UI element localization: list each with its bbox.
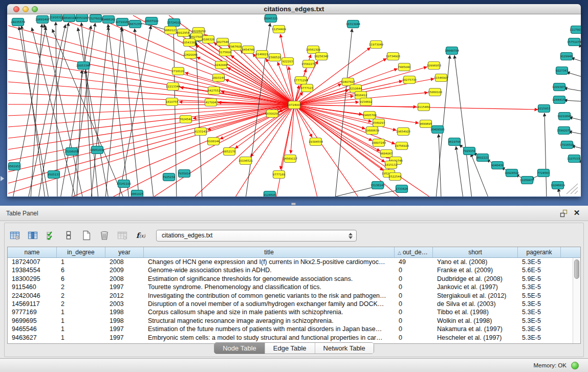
network-window-titlebar[interactable]: citations_edges.txt: [7, 4, 581, 14]
close-panel-icon[interactable]: ✕: [573, 208, 581, 217]
graph-node[interactable]: 10924502: [505, 169, 519, 177]
table-cell[interactable]: 5.3E-5: [518, 325, 561, 333]
graph-node[interactable]: 18300295: [265, 110, 279, 118]
graph-node[interactable]: 9861025: [131, 190, 144, 197]
graph-node[interactable]: 9619794: [448, 138, 461, 146]
column-header-in_degree[interactable]: in_degree: [57, 247, 105, 257]
graph-node[interactable]: 7929158: [463, 147, 476, 155]
table-row[interactable]: 969969511998Structural magnetic resonanc…: [8, 317, 573, 325]
graph-node[interactable]: 8852178: [223, 148, 236, 156]
graph-node[interactable]: 1810755: [166, 98, 179, 106]
graph-node[interactable]: 18698321: [62, 14, 76, 22]
table-cell[interactable]: 2012: [105, 292, 144, 300]
graph-node[interactable]: 8561953: [8, 163, 21, 170]
table-cell[interactable]: Genome-wide association studies in ADHD.: [144, 266, 395, 274]
graph-edge[interactable]: [135, 29, 154, 196]
graph-node[interactable]: 18937102: [144, 17, 159, 25]
graph-node[interactable]: 7485040: [398, 63, 411, 71]
import-table-disabled-button[interactable]: [116, 229, 128, 242]
graph-node[interactable]: 2718120: [172, 68, 185, 75]
graph-node[interactable]: 8427552: [208, 87, 221, 95]
table-cell[interactable]: 5.9E-5: [518, 275, 561, 283]
table-cell[interactable]: 1997: [105, 334, 144, 342]
graph-edge[interactable]: [8, 105, 294, 149]
graph-node[interactable]: 10688639: [365, 127, 379, 135]
table-cell[interactable]: 14569117: [8, 300, 57, 308]
table-cell[interactable]: Estimation of the future numbers of pati…: [144, 325, 395, 333]
graph-node[interactable]: 16256342: [314, 53, 329, 60]
row-height-button[interactable]: [62, 229, 75, 242]
graph-node[interactable]: 9777169: [273, 171, 286, 179]
graph-edge[interactable]: [294, 105, 430, 196]
memory-ok-indicator-icon[interactable]: [571, 362, 579, 369]
graph-node[interactable]: 9684067: [380, 150, 393, 158]
table-cell[interactable]: Corpus callosum shape and size in male p…: [144, 308, 395, 316]
table-cell[interactable]: 1997: [105, 325, 144, 333]
table-settings-button[interactable]: [9, 229, 21, 242]
graph-node[interactable]: 9146821: [256, 51, 269, 58]
graph-edge[interactable]: [72, 23, 95, 196]
table-cell[interactable]: 1998: [105, 308, 144, 316]
network-window[interactable]: citations_edges.txt 24035574206914062191…: [7, 4, 581, 197]
graph-node[interactable]: 24035574: [11, 18, 25, 26]
graph-node[interactable]: 16648784: [445, 47, 459, 55]
graph-edge[interactable]: [439, 134, 441, 196]
graph-node[interactable]: 23141100: [117, 180, 131, 188]
graph-node[interactable]: 2522544: [389, 173, 402, 181]
table-cell[interactable]: 0: [395, 283, 433, 291]
graph-node[interactable]: 12444159: [552, 96, 567, 104]
graph-node[interactable]: 9242848: [215, 61, 228, 69]
graph-edge[interactable]: [81, 23, 98, 196]
function-builder-button[interactable]: f(x): [134, 229, 146, 242]
graph-node[interactable]: 9215953: [538, 105, 551, 113]
graph-node[interactable]: 9124505: [264, 191, 276, 197]
table-cell[interactable]: 2009: [105, 266, 144, 274]
graph-node[interactable]: 21916312: [49, 14, 63, 21]
graph-node[interactable]: 15582271: [301, 60, 316, 68]
graph-node[interactable]: 9860123: [164, 27, 177, 34]
table-selector-dropdown[interactable]: citations_edges.txt: [156, 230, 357, 242]
table-cell[interactable]: 0: [395, 325, 433, 333]
table-row[interactable]: 1938455462009Genome-wide association stu…: [8, 266, 573, 274]
table-row[interactable]: 1872400712008Changes of HCN gene express…: [8, 258, 573, 266]
graph-node[interactable]: 10196521: [238, 157, 253, 165]
table-row[interactable]: 1830029562008Estimation of significance …: [8, 275, 573, 283]
table-row[interactable]: 977716911998Corpus callosum shape and si…: [8, 308, 573, 316]
table-cell[interactable]: 5.3E-5: [518, 283, 561, 291]
graph-edge[interactable]: [358, 190, 399, 196]
table-cell[interactable]: Disruption of a novel member of a sodium…: [144, 300, 395, 308]
table-cell[interactable]: 9699695: [8, 317, 57, 325]
graph-node[interactable]: 9115460: [418, 103, 430, 111]
graph-node[interactable]: 3175608: [219, 49, 232, 56]
graph-edge[interactable]: [328, 187, 375, 196]
table-cell[interactable]: 5.3E-5: [518, 317, 561, 325]
table-cell[interactable]: 1: [57, 325, 105, 333]
collapsed-panel-arrow-icon[interactable]: [1, 176, 4, 181]
graph-node[interactable]: 8108144: [207, 138, 220, 145]
graph-node[interactable]: 18313044: [346, 20, 360, 28]
table-cell[interactable]: Tibbo et al. (1998): [433, 308, 518, 316]
table-cell[interactable]: Investigating the contribution of common…: [144, 292, 395, 300]
graph-node[interactable]: 19654923: [396, 128, 410, 136]
table-cell[interactable]: 0: [395, 275, 433, 283]
column-header-title[interactable]: title: [144, 247, 395, 257]
graph-edge[interactable]: [456, 146, 463, 196]
tab-network-table[interactable]: Network Table: [315, 343, 374, 354]
network-graph[interactable]: 2403557420691406219163121869832116553287…: [7, 14, 581, 196]
resize-grip-icon[interactable]: [563, 183, 579, 195]
graph-edge[interactable]: [8, 105, 294, 116]
table-cell[interactable]: 1998: [105, 317, 144, 325]
table-row[interactable]: 2242004622012Investigating the contribut…: [8, 292, 573, 300]
table-cell[interactable]: Nakamura et al. (1997): [433, 325, 518, 333]
graph-node[interactable]: 1733426: [396, 185, 408, 193]
graph-node[interactable]: 9227343: [556, 67, 569, 75]
scrollbar-thumb[interactable]: [574, 259, 579, 279]
table-cell[interactable]: Wolkin et al. (1998): [433, 317, 518, 325]
graph-edge[interactable]: [31, 24, 42, 196]
graph-node[interactable]: 10543382: [182, 39, 197, 47]
graph-node[interactable]: 11075330: [567, 155, 581, 163]
table-cell[interactable]: 0: [395, 292, 433, 300]
column-header-name[interactable]: name: [8, 247, 57, 257]
table-cell[interactable]: 0: [395, 334, 433, 342]
graph-edge[interactable]: [8, 82, 294, 105]
